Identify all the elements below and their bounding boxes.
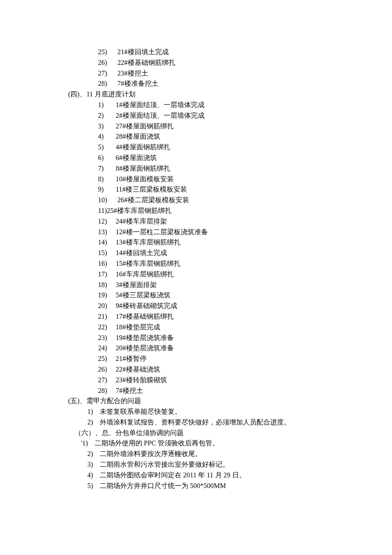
item-number: 23) — [98, 333, 116, 343]
list-item: 2)二期外墙涂料要按次序逐幢收尾。 — [26, 449, 366, 459]
list-item: 6)6#楼屋面浇筑 — [26, 153, 366, 163]
document-page: 25) 21#楼回填土完成 26) 22#楼基础钢筋绑扎 27) 23#楼挖土 … — [0, 0, 392, 555]
item-text: 3#楼屋面排架 — [116, 281, 157, 288]
list-item: 28)7#楼挖土 — [26, 386, 366, 396]
list-item: 23)19#楼垫层浇筑准备 — [26, 333, 366, 343]
item-text: 23#楼挖土 — [118, 70, 148, 77]
item-text: 8#楼屋面钢筋绑扎 — [116, 165, 170, 172]
item-text: 5#楼三层梁板浇筑 — [116, 291, 170, 299]
item-text: 14#楼回填土完成 — [116, 249, 167, 256]
item-number: 10) — [98, 195, 116, 206]
section-heading-4: (四)、11 月底进度计划 — [26, 89, 366, 100]
list-item: 4)二期场外图纸会审时间定在 2011 年 11 月 29 日。 — [26, 470, 366, 481]
item-text: 17#楼基础钢筋绑扎 — [116, 313, 174, 320]
list-item: 3)二期雨水管和污水管接出室外要做好标记。 — [26, 459, 366, 470]
item-text: 18#楼垫层完成 — [116, 323, 160, 331]
item-number: 25) — [98, 354, 116, 364]
item-text: 20#楼垫层浇筑准备 — [116, 344, 174, 352]
item-number: 13) — [98, 227, 116, 238]
item-text: 二期场外使用的 PPC 管须验收后再包管。 — [95, 439, 219, 447]
section-heading-5: (五)、需甲方配合的问题 — [26, 396, 366, 407]
list-item: '1)二期场外使用的 PPC 管须验收后再包管。 — [26, 438, 366, 449]
list-item: 21)17#楼基础钢筋绑扎 — [26, 311, 366, 322]
item-text: 1#楼屋面结顶、一层墙体完成 — [116, 101, 205, 108]
list-item: 1)1#楼屋面结顶、一层墙体完成 — [26, 100, 366, 110]
item-text: 28#楼屋面浇筑 — [116, 133, 160, 140]
list-item: 5)4#楼屋面钢筋绑扎 — [26, 142, 366, 153]
item-text: 27#楼屋面钢筋绑扎 — [116, 122, 174, 130]
item-text: 13#楼车库层钢筋绑扎 — [116, 238, 181, 246]
item-number: 3) — [98, 121, 116, 132]
item-number: 5) — [87, 481, 100, 491]
item-number: 2) — [87, 449, 100, 459]
item-number: 5) — [98, 142, 116, 153]
list-item: 9)11#楼三层梁板模板安装 — [26, 184, 366, 195]
item-number: 24) — [98, 343, 116, 354]
item-number: 1) — [98, 100, 116, 110]
item-text: 21#楼暂停 — [116, 355, 147, 362]
list-item: 7)8#楼屋面钢筋绑扎 — [26, 163, 366, 174]
item-text: 24#楼车库层排架 — [116, 218, 167, 225]
list-item: 26)22#楼基础浇筑 — [26, 364, 366, 375]
item-text: 25#楼车库层钢筋绑扎 — [107, 207, 172, 214]
item-number: 7) — [98, 163, 116, 174]
item-number: 26) — [98, 58, 116, 68]
list-item: 22)18#楼垫层完成 — [26, 322, 366, 333]
item-number: 2) — [98, 110, 116, 121]
item-text: 26#楼二层梁板模板安装 — [118, 196, 189, 203]
item-number: 28) — [98, 386, 116, 396]
list-item: 27)23#楼转胎膜砌筑 — [26, 375, 366, 386]
list-item: 24)20#楼垫层浇筑准备 — [26, 343, 366, 354]
list-item: 10) 26#楼二层梁板模板安装 — [26, 195, 366, 206]
list-item: 12)24#楼车库层排架 — [26, 216, 366, 227]
item-text: 11#楼三层梁板模板安装 — [116, 186, 187, 193]
list-item: 2)2#楼屋面结顶、一层墙体完成 — [26, 110, 366, 121]
item-number: 28) — [98, 78, 116, 89]
item-number: 12) — [98, 216, 116, 227]
item-text: 二期场外方井井口尺寸统一为 500*500MM — [100, 482, 226, 489]
item-number: 2) — [87, 417, 100, 428]
item-number: 1) — [87, 407, 100, 417]
list-item: 26) 22#楼基础钢筋绑扎 — [26, 58, 366, 68]
item-text: 未签复联系单能尽快签复。 — [100, 408, 182, 415]
list-item: 28) 7#楼准备挖土 — [26, 78, 366, 89]
list-item: 17)16#车库层钢筋绑扎 — [26, 269, 366, 280]
item-text: 7#楼挖土 — [116, 387, 143, 394]
item-text: 15#楼车库层钢筋绑扎 — [116, 260, 181, 267]
list-item: 3)27#楼屋面钢筋绑扎 — [26, 121, 366, 132]
list-item: 11)25#楼车库层钢筋绑扎 — [26, 206, 366, 216]
item-text: 12#楼一层柱二层梁板浇筑准备 — [116, 228, 208, 235]
item-number: 6) — [98, 153, 116, 163]
list-item: 15)14#楼回填土完成 — [26, 248, 366, 259]
item-number: 15) — [98, 248, 116, 259]
list-item: 14)13#楼车库层钢筋绑扎 — [26, 237, 366, 248]
item-text: 22#楼基础钢筋绑扎 — [118, 59, 176, 66]
item-number: 26) — [98, 364, 116, 375]
list-item: 25) 21#楼回填土完成 — [26, 47, 366, 58]
list-item: 1)未签复联系单能尽快签复。 — [26, 407, 366, 417]
item-number: 21) — [98, 311, 116, 322]
item-number: 19) — [98, 290, 116, 301]
list-item: 4)28#楼屋面浇筑 — [26, 131, 366, 142]
item-text: 9#楼砖基础砌筑完成 — [116, 302, 177, 309]
item-number: 18) — [98, 280, 116, 291]
item-text: 外墙涂料复试报告、资料要尽快做好，必须增加人员配合进度。 — [100, 418, 291, 426]
item-number: 9) — [98, 184, 116, 195]
list-item: 18)3#楼屋面排架 — [26, 280, 366, 291]
list-item: 20)9#楼砖基础砌筑完成 — [26, 301, 366, 311]
item-number: 17) — [98, 269, 116, 280]
item-number: 22) — [98, 322, 116, 333]
list-item: 2)外墙涂料复试报告、资料要尽快做好，必须增加人员配合进度。 — [26, 417, 366, 428]
list-item: 19)5#楼三层梁板浇筑 — [26, 290, 366, 301]
list-item: 27) 23#楼挖土 — [26, 68, 366, 79]
item-number: 20) — [98, 301, 116, 311]
item-text: 6#楼屋面浇筑 — [116, 154, 157, 161]
item-number: 4) — [87, 470, 100, 481]
item-number: 3) — [87, 459, 100, 470]
item-text: 二期雨水管和污水管接出室外要做好标记。 — [100, 461, 229, 468]
item-text: 16#车库层钢筋绑扎 — [116, 270, 174, 278]
list-item: 25)21#楼暂停 — [26, 354, 366, 364]
section-heading-6: （六）、总、分包单位须协调的问题 — [26, 428, 366, 439]
item-number: 27) — [98, 375, 116, 386]
item-number: 14) — [98, 237, 116, 248]
